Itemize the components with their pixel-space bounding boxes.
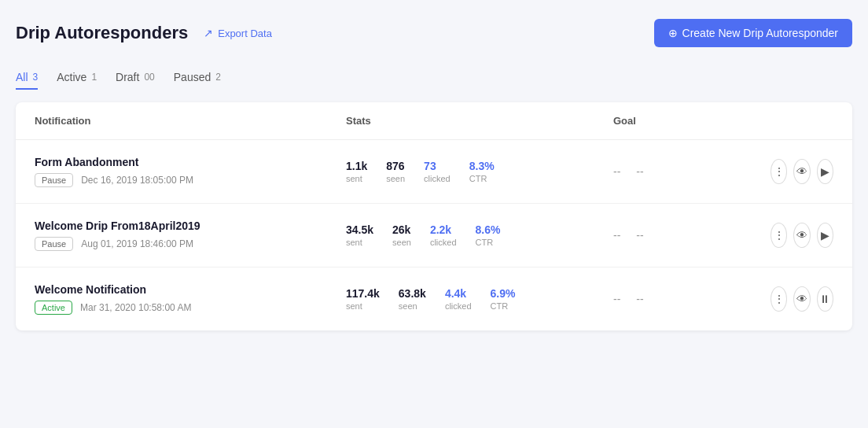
goal-col-2: -- -- [613,229,771,242]
col-goal: Goal [613,115,771,127]
notification-name-3: Welcome Notification [35,283,346,296]
notification-meta-2: Pause Aug 01, 2019 18:46:00 PM [35,237,346,251]
autoresponders-table: Notification Stats Goal Form Abandonment… [16,102,852,330]
actions-col-2: ⋮ 👁 ▶ [771,223,833,248]
create-plus-icon: ⊕ [668,27,678,39]
status-badge-1: Pause [35,173,73,187]
export-icon: ↗ [204,27,213,39]
notification-meta-1: Pause Dec 16, 2019 18:05:00 PM [35,173,346,187]
col-stats: Stats [346,115,613,127]
goal2-3: -- [636,293,643,305]
notification-meta-3: Active Mar 31, 2020 10:58:00 AM [35,301,346,315]
notification-name-2: Welcome Drip From18April2019 [35,220,346,232]
stat-label-sent-1: sent [346,174,367,183]
status-badge-2: Pause [35,237,73,251]
tab-draft-label: Draft [116,71,139,83]
stat-value-ctr-3: 6.9% [491,287,516,300]
goal1-2: -- [613,229,620,242]
tab-all[interactable]: All 3 [16,66,38,90]
stat-ctr-3: 6.9% CTR [491,287,516,311]
stats-col-1: 1.1k sent 876 seen 73 clicked 8.3% CTR [346,160,613,183]
stat-value-seen-1: 876 [386,160,405,172]
goal2-1: -- [636,165,643,178]
stat-value-clicked-3: 4.4k [445,287,472,300]
stat-clicked-2: 2.2k clicked [430,223,457,247]
preview-button-2[interactable]: 👁 [793,223,810,248]
stat-ctr-1: 8.3% CTR [469,160,495,183]
stat-ctr-2: 8.6% CTR [476,223,501,247]
stats-col-2: 34.5k sent 26k seen 2.2k clicked 8.6% CT… [346,223,613,247]
stats-col-3: 117.4k sent 63.8k seen 4.4k clicked 6.9%… [346,287,613,311]
goal2-2: -- [636,229,643,242]
actions-col-3: ⋮ 👁 ⏸ [771,286,833,312]
more-options-button-1[interactable]: ⋮ [771,159,787,184]
tab-active[interactable]: Active 1 [57,66,97,90]
stat-label-seen-2: seen [392,238,411,247]
notification-date-3: Mar 31, 2020 10:58:00 AM [80,302,191,313]
stat-label-seen-3: seen [399,301,426,311]
export-label: Export Data [218,28,272,39]
stat-label-sent-2: sent [346,238,373,247]
tab-draft-count: 00 [144,72,154,83]
stat-value-sent-1: 1.1k [346,160,367,172]
notification-name-1: Form Abandonment [35,156,346,168]
stat-label-ctr-1: CTR [469,174,495,183]
tab-paused-count: 2 [215,72,221,83]
stat-value-sent-3: 117.4k [346,287,380,300]
stat-label-ctr-2: CTR [476,238,501,247]
table-row: Welcome Drip From18April2019 Pause Aug 0… [16,204,852,268]
play-button-1[interactable]: ▶ [817,159,833,184]
tab-paused[interactable]: Paused 2 [174,66,221,90]
stat-sent-3: 117.4k sent [346,287,380,311]
more-options-button-3[interactable]: ⋮ [771,286,787,312]
stat-label-seen-1: seen [386,174,405,183]
notification-col-1: Form Abandonment Pause Dec 16, 2019 18:0… [35,156,346,187]
stat-value-seen-2: 26k [392,223,411,236]
tab-active-count: 1 [91,72,97,83]
stat-value-clicked-2: 2.2k [430,223,457,236]
stat-seen-2: 26k seen [392,223,411,247]
preview-button-3[interactable]: 👁 [793,286,810,312]
more-options-button-2[interactable]: ⋮ [771,223,787,248]
col-actions [771,115,833,127]
status-badge-3: Active [35,301,72,315]
stat-label-clicked-1: clicked [424,174,451,183]
tab-active-label: Active [57,71,86,83]
page-title: Drip Autoresponders [16,23,188,43]
stat-clicked-3: 4.4k clicked [445,287,472,311]
table-row: Form Abandonment Pause Dec 16, 2019 18:0… [16,140,852,204]
create-autoresponder-button[interactable]: ⊕ Create New Drip Autoresponder [654,19,852,47]
goal-col-3: -- -- [613,293,771,305]
page-header: Drip Autoresponders ↗ Export Data ⊕ Crea… [16,19,852,47]
stat-value-sent-2: 34.5k [346,223,373,236]
goal1-1: -- [613,165,620,178]
tab-all-label: All [16,71,28,83]
stat-value-clicked-1: 73 [424,160,451,172]
table-header: Notification Stats Goal [16,102,852,140]
stat-label-sent-3: sent [346,301,380,311]
stat-label-clicked-3: clicked [445,301,472,311]
goal1-3: -- [613,293,620,305]
preview-button-1[interactable]: 👁 [793,159,810,184]
pause-button-3[interactable]: ⏸ [817,286,833,312]
goal-col-1: -- -- [613,165,771,178]
actions-col-1: ⋮ 👁 ▶ [771,159,833,184]
stat-clicked-1: 73 clicked [424,160,451,183]
notification-col-3: Welcome Notification Active Mar 31, 2020… [35,283,346,315]
stat-value-ctr-2: 8.6% [476,223,501,236]
tab-all-count: 3 [33,72,39,83]
create-btn-label: Create New Drip Autoresponder [682,27,838,39]
stat-value-seen-3: 63.8k [399,287,426,300]
col-notification: Notification [35,115,346,127]
play-button-2[interactable]: ▶ [817,223,833,248]
notification-date-2: Aug 01, 2019 18:46:00 PM [81,238,193,249]
table-row: Welcome Notification Active Mar 31, 2020… [16,268,852,330]
export-link[interactable]: ↗ Export Data [204,27,272,39]
stat-sent-2: 34.5k sent [346,223,373,247]
stat-seen-3: 63.8k seen [399,287,426,311]
stat-sent-1: 1.1k sent [346,160,367,183]
stat-seen-1: 876 seen [386,160,405,183]
tab-draft[interactable]: Draft 00 [116,66,155,90]
notification-date-1: Dec 16, 2019 18:05:00 PM [81,175,193,186]
stat-value-ctr-1: 8.3% [469,160,495,172]
